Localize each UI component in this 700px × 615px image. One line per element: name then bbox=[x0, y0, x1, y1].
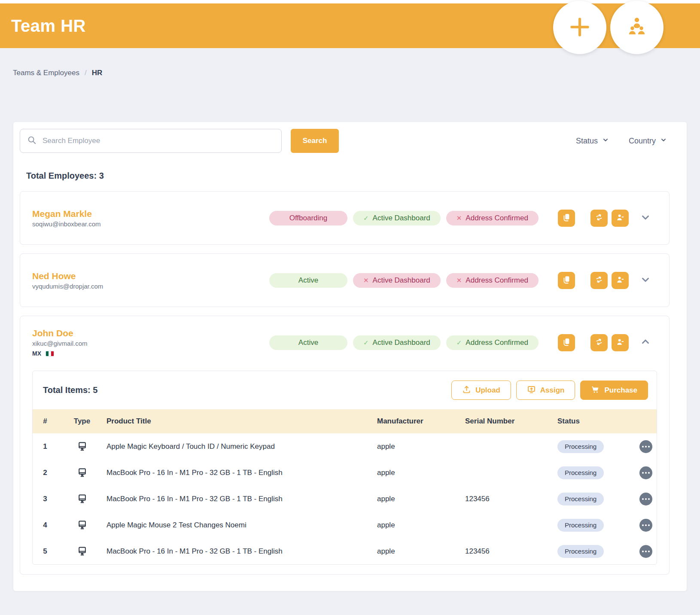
person-minus-icon bbox=[615, 337, 625, 348]
employee-actions bbox=[558, 210, 652, 227]
product-title: Apple Magic Mouse 2 Test Changes Noemi bbox=[107, 521, 377, 530]
breadcrumb: Teams & Employees / HR bbox=[13, 69, 700, 77]
expand-chevron[interactable] bbox=[639, 212, 652, 225]
row-menu-button[interactable] bbox=[639, 545, 652, 558]
transfer-button[interactable] bbox=[590, 334, 608, 351]
copy-icon bbox=[562, 275, 571, 286]
employment-status-badge: Active bbox=[269, 273, 347, 288]
x-icon: ✕ bbox=[457, 277, 462, 284]
serial-number: 123456 bbox=[465, 495, 557, 503]
breadcrumb-parent-link[interactable]: Teams & Employees bbox=[13, 69, 79, 77]
assign-monitor-icon bbox=[527, 385, 536, 396]
status-badge: Processing bbox=[557, 519, 604, 532]
badge-label: Active bbox=[298, 276, 318, 285]
country-filter-dropdown[interactable]: Country bbox=[626, 136, 670, 146]
table-row: 2 MacBook Pro - 16 In - M1 Pro - 32 GB -… bbox=[33, 460, 657, 486]
employee-name-link[interactable]: John Doe bbox=[32, 328, 269, 338]
team-icon bbox=[625, 15, 648, 40]
upload-label: Upload bbox=[475, 386, 500, 395]
transfer-arrows-icon bbox=[594, 275, 604, 286]
main-panel: Search Status Country Total Employees: 3… bbox=[13, 122, 687, 591]
status-filter-dropdown[interactable]: Status bbox=[573, 136, 612, 146]
team-button[interactable] bbox=[610, 1, 663, 54]
upload-button[interactable]: Upload bbox=[451, 381, 511, 400]
items-panel: Total Items: 5 Upload Assign bbox=[32, 371, 657, 565]
address-status-badge: ✓ Address Confirmed bbox=[446, 335, 539, 350]
badge-label: Active Dashboard bbox=[373, 214, 430, 222]
employee-card-header: Ned Howe vyqudumis@dropjar.com Active ✕ … bbox=[20, 254, 669, 307]
search-input[interactable] bbox=[42, 136, 274, 146]
person-minus-icon bbox=[615, 213, 625, 223]
copy-button[interactable] bbox=[558, 334, 575, 351]
copy-button[interactable] bbox=[558, 272, 575, 289]
check-icon: ✓ bbox=[363, 339, 369, 347]
copy-button[interactable] bbox=[558, 210, 575, 227]
monitor-icon bbox=[58, 493, 107, 505]
employee-card-header: Megan Markle soqiwu@inboxbear.com Offboa… bbox=[20, 192, 669, 244]
chevron-down-icon bbox=[660, 137, 667, 146]
badge-label: Address Confirmed bbox=[466, 338, 528, 347]
col-header-status: Status bbox=[557, 417, 635, 426]
table-row: 5 MacBook Pro - 16 In - M1 Pro - 32 GB -… bbox=[33, 538, 657, 564]
product-title: MacBook Pro - 16 In - M1 Pro - 32 GB - 1… bbox=[107, 495, 377, 503]
employee-badges: Active ✕ Active Dashboard ✕ Address Conf… bbox=[269, 273, 539, 288]
total-items: Total Items: 5 bbox=[43, 385, 97, 395]
item-number: 1 bbox=[33, 442, 58, 451]
address-status-badge: ✕ Address Confirmed bbox=[446, 273, 539, 288]
purchase-button[interactable]: Purchase bbox=[580, 381, 648, 400]
address-status-badge: ✕ Address Confirmed bbox=[446, 211, 539, 225]
badge-label: Active Dashboard bbox=[373, 276, 430, 285]
transfer-button[interactable] bbox=[590, 272, 608, 289]
employee-name-link[interactable]: Megan Markle bbox=[32, 209, 269, 219]
assign-label: Assign bbox=[540, 386, 565, 395]
serial-number: 123456 bbox=[465, 547, 557, 556]
country-filter-label: Country bbox=[629, 137, 656, 146]
collapse-chevron[interactable] bbox=[639, 336, 652, 349]
col-header-title: Product Title bbox=[107, 417, 377, 426]
row-menu-button[interactable] bbox=[639, 440, 652, 453]
row-menu-button[interactable] bbox=[639, 519, 652, 532]
copy-icon bbox=[562, 213, 571, 223]
badge-label: Address Confirmed bbox=[466, 276, 528, 285]
transfer-button[interactable] bbox=[590, 210, 608, 227]
transfer-arrows-icon bbox=[594, 213, 604, 223]
country-code: MX bbox=[32, 350, 41, 357]
assign-button[interactable]: Assign bbox=[516, 381, 575, 400]
manufacturer: apple bbox=[377, 469, 465, 477]
employee-actions bbox=[558, 334, 652, 351]
employee-info: John Doe xikuc@givmail.com MX bbox=[32, 328, 269, 357]
person-minus-icon bbox=[615, 275, 625, 286]
top-strip bbox=[0, 0, 700, 3]
manufacturer: apple bbox=[377, 547, 465, 556]
cart-icon bbox=[591, 385, 600, 396]
badge-label: Active bbox=[298, 338, 318, 347]
items-buttons: Upload Assign Purchase bbox=[451, 381, 648, 400]
monitor-icon bbox=[58, 545, 107, 557]
search-row: Search Status Country bbox=[20, 129, 670, 153]
table-header-row: # Type Product Title Manufacturer Serial… bbox=[33, 409, 657, 433]
add-button[interactable] bbox=[553, 1, 606, 54]
status-filter-label: Status bbox=[576, 137, 598, 146]
copy-icon bbox=[562, 337, 571, 348]
product-title: Apple Magic Keyboard / Touch ID / Numeri… bbox=[107, 442, 377, 451]
row-menu-button[interactable] bbox=[639, 493, 652, 505]
upload-icon bbox=[462, 385, 471, 396]
remove-person-button[interactable] bbox=[612, 272, 629, 289]
col-header-num: # bbox=[33, 417, 58, 426]
remove-person-button[interactable] bbox=[612, 334, 629, 351]
dashboard-status-badge: ✕ Active Dashboard bbox=[353, 273, 441, 288]
col-header-type: Type bbox=[58, 417, 107, 426]
plus-icon bbox=[568, 15, 592, 40]
badge-label: Offboarding bbox=[289, 214, 328, 222]
filters: Status Country bbox=[573, 136, 670, 146]
x-icon: ✕ bbox=[457, 214, 462, 222]
manufacturer: apple bbox=[377, 442, 465, 451]
check-icon: ✓ bbox=[363, 214, 369, 222]
employment-status-badge: Offboarding bbox=[269, 211, 347, 225]
row-menu-button[interactable] bbox=[639, 466, 652, 479]
expand-chevron[interactable] bbox=[639, 274, 652, 287]
employee-name-link[interactable]: Ned Howe bbox=[32, 271, 269, 281]
employee-card-header: John Doe xikuc@givmail.com MX Active ✓ A… bbox=[20, 316, 669, 369]
search-button[interactable]: Search bbox=[291, 129, 339, 153]
remove-person-button[interactable] bbox=[612, 210, 629, 227]
